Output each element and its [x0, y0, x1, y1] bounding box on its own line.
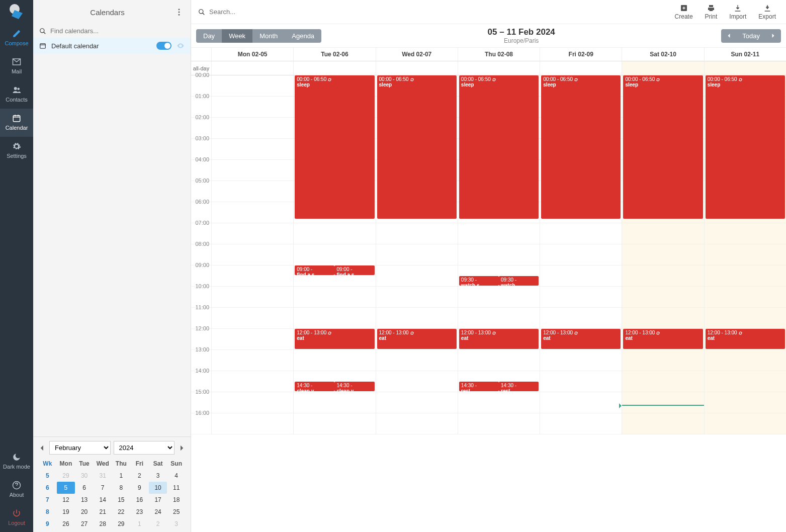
- hour-cell[interactable]: [540, 392, 622, 413]
- hour-cell[interactable]: [294, 413, 375, 434]
- day-column[interactable]: 00:00 - 06:50sleep12:00 - 13:00eat: [376, 75, 458, 434]
- event[interactable]: 12:00 - 13:00eat: [541, 329, 621, 349]
- hour-cell[interactable]: [212, 181, 293, 202]
- event[interactable]: 12:00 - 13:00eat: [295, 329, 374, 349]
- mini-day-cell[interactable]: 2: [130, 470, 149, 482]
- hour-cell[interactable]: [212, 371, 293, 392]
- day-header[interactable]: Sun 02-11: [704, 48, 786, 61]
- logout-button[interactable]: Logout: [0, 504, 33, 532]
- allday-cell[interactable]: [293, 61, 375, 75]
- mini-day-cell[interactable]: 20: [75, 506, 94, 518]
- prev-week-button[interactable]: [721, 30, 737, 42]
- hour-cell[interactable]: [458, 223, 540, 244]
- event[interactable]: 12:00 - 13:00eat: [377, 329, 457, 349]
- month-select[interactable]: February: [49, 441, 111, 455]
- mini-day-cell[interactable]: 15: [112, 494, 131, 506]
- mini-day-cell[interactable]: 28: [94, 518, 112, 530]
- hour-cell[interactable]: [212, 75, 293, 97]
- hour-cell[interactable]: [458, 287, 540, 308]
- hour-cell[interactable]: [212, 139, 293, 160]
- mail-button[interactable]: Mail: [0, 52, 33, 80]
- mini-day-cell[interactable]: 24: [149, 506, 167, 518]
- hour-cell[interactable]: [458, 413, 540, 434]
- mini-day-cell[interactable]: 22: [112, 506, 131, 518]
- hour-cell[interactable]: [540, 265, 622, 287]
- import-button[interactable]: Import: [729, 4, 746, 20]
- create-button[interactable]: Create: [675, 4, 693, 20]
- mini-day-cell[interactable]: 10: [149, 482, 167, 494]
- hour-cell[interactable]: [376, 308, 458, 329]
- hour-cell[interactable]: [458, 350, 540, 371]
- hour-cell[interactable]: [540, 371, 622, 392]
- hour-cell[interactable]: [622, 350, 704, 371]
- mini-day-cell[interactable]: 12: [57, 494, 75, 506]
- hour-cell[interactable]: [540, 350, 622, 371]
- hour-cell[interactable]: [540, 413, 622, 434]
- hour-cell[interactable]: [212, 223, 293, 244]
- mini-day-cell[interactable]: 8: [112, 482, 131, 494]
- hour-cell[interactable]: [622, 223, 704, 244]
- prev-month-icon[interactable]: [38, 444, 46, 452]
- week-grid-scroll[interactable]: Mon 02-05Tue 02-06Wed 02-07Thu 02-08Fri …: [191, 48, 786, 532]
- event[interactable]: 09:30 -watch: [499, 276, 539, 286]
- hour-cell[interactable]: [294, 244, 375, 265]
- mini-day-cell[interactable]: 6: [75, 482, 94, 494]
- mini-day-cell[interactable]: 29: [57, 470, 75, 482]
- hour-cell[interactable]: [622, 308, 704, 329]
- hour-cell[interactable]: [212, 287, 293, 308]
- allday-cell[interactable]: [622, 61, 704, 75]
- mini-week-number[interactable]: 9: [38, 518, 57, 530]
- mini-day-cell[interactable]: 1: [130, 518, 149, 530]
- event[interactable]: 09:00 -find a s: [334, 265, 374, 275]
- mini-day-cell[interactable]: 31: [94, 470, 112, 482]
- event[interactable]: 12:00 - 13:00eat: [459, 329, 539, 349]
- hour-cell[interactable]: [376, 392, 458, 413]
- events-search-input[interactable]: [209, 8, 658, 16]
- hour-cell[interactable]: [294, 287, 375, 308]
- mini-day-cell[interactable]: 13: [75, 494, 94, 506]
- hour-cell[interactable]: [376, 287, 458, 308]
- view-agenda[interactable]: Agenda: [285, 29, 321, 43]
- day-column[interactable]: 00:00 - 06:50sleep09:30 -watch s09:30 -w…: [458, 75, 540, 434]
- print-button[interactable]: Print: [705, 4, 718, 20]
- hour-cell[interactable]: [705, 308, 786, 329]
- allday-cell[interactable]: [376, 61, 458, 75]
- mini-day-cell[interactable]: 21: [94, 506, 112, 518]
- hour-cell[interactable]: [376, 223, 458, 244]
- hour-cell[interactable]: [622, 413, 704, 434]
- mini-day-cell[interactable]: 4: [167, 470, 186, 482]
- about-button[interactable]: About: [0, 476, 33, 504]
- hour-cell[interactable]: [294, 308, 375, 329]
- hour-cell[interactable]: [212, 97, 293, 118]
- event[interactable]: 14:30 -rest: [459, 382, 499, 391]
- hour-cell[interactable]: [212, 413, 293, 434]
- settings-button[interactable]: Settings: [0, 137, 33, 165]
- event[interactable]: 00:00 - 06:50sleep: [706, 75, 785, 219]
- allday-cell[interactable]: [704, 61, 786, 75]
- event[interactable]: 00:00 - 06:50sleep: [377, 75, 457, 219]
- hour-cell[interactable]: [212, 350, 293, 371]
- event[interactable]: 09:00 -find a s: [295, 265, 334, 275]
- mini-day-cell[interactable]: 29: [112, 518, 131, 530]
- mini-day-cell[interactable]: 17: [149, 494, 167, 506]
- hour-cell[interactable]: [705, 413, 786, 434]
- event[interactable]: 00:00 - 06:50sleep: [623, 75, 703, 219]
- day-column[interactable]: 00:00 - 06:50sleep12:00 - 13:00eat: [622, 75, 704, 434]
- mini-day-cell[interactable]: 19: [57, 506, 75, 518]
- hour-cell[interactable]: [212, 202, 293, 223]
- hour-cell[interactable]: [458, 392, 540, 413]
- mini-day-cell[interactable]: 1: [112, 470, 131, 482]
- visibility-icon[interactable]: [177, 42, 185, 50]
- day-header[interactable]: Tue 02-06: [293, 48, 375, 61]
- event[interactable]: 00:00 - 06:50sleep: [295, 75, 374, 219]
- calendar-button[interactable]: Calendar: [0, 109, 33, 137]
- today-button[interactable]: Today: [737, 29, 765, 43]
- hour-cell[interactable]: [705, 287, 786, 308]
- event[interactable]: 14:30 -rest: [499, 382, 539, 391]
- hour-cell[interactable]: [705, 392, 786, 413]
- event[interactable]: 00:00 - 06:50sleep: [459, 75, 539, 219]
- year-select[interactable]: 2024: [114, 441, 175, 455]
- darkmode-button[interactable]: Dark mode: [0, 448, 33, 476]
- view-week[interactable]: Week: [222, 29, 252, 43]
- mini-day-cell[interactable]: 2: [149, 518, 167, 530]
